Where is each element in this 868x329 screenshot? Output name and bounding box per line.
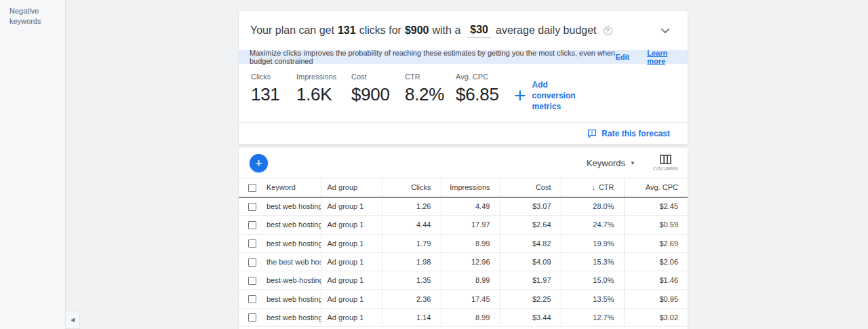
ad-group-cell: Ad group 1 [321,197,382,216]
impressions-cell: 8.99 [441,308,500,326]
daily-budget-editable-value[interactable]: $30 [467,23,491,38]
column-header-ad-group[interactable]: Ad group [321,178,382,197]
summary-cost-value: $900 [405,24,429,37]
metric-value: 131 [251,84,296,105]
rate-forecast-label: Rate this forecast [601,129,670,138]
column-header-impressions[interactable]: Impressions [441,178,500,197]
impressions-cell: 17.45 [441,290,500,308]
add-keywords-button[interactable]: + [250,154,268,172]
keyword-cell: best web hosting sit... [264,197,321,216]
select-all-checkbox[interactable] [248,184,256,192]
row-checkbox[interactable] [248,295,256,303]
clicks-cell: 1.26 [382,197,441,216]
impressions-cell: 8.99 [441,234,500,252]
ctr-cell: 15.3% [561,252,624,271]
keyword-cell: best web hosting pr... [264,308,321,326]
ctr-cell: 19.9% [561,234,624,252]
table-toolbar: + Keywords ▼ COLUMNS [239,148,688,178]
impressions-cell: 12.96 [441,252,500,271]
column-header-cost[interactable]: Cost [500,178,561,197]
ctr-cell: 12.7% [561,308,624,326]
view-selector-label: Keywords [587,158,625,168]
column-header-keyword[interactable]: Keyword [264,178,321,197]
plus-icon: + [255,157,262,170]
summary-text: with a [432,24,460,37]
impressions-cell: 17.97 [441,216,500,234]
ad-group-cell: Ad group 1 [321,234,382,252]
metric-label: Clicks [251,73,296,81]
chevron-left-icon: ◀ [71,317,75,323]
ctr-cell: 28.0% [561,197,624,216]
row-checkbox[interactable] [248,258,256,267]
chevron-down-icon: ▼ [630,160,635,166]
row-checkbox[interactable] [248,277,256,285]
ad-group-cell: Ad group 1 [321,216,382,234]
rate-this-forecast-button[interactable]: Rate this forecast [587,129,670,138]
cost-cell: $3.44 [500,308,561,326]
metric-label: CTR [405,73,456,81]
row-checkbox[interactable] [248,203,256,211]
plus-icon: + [514,87,526,104]
impressions-cell: 4.49 [441,197,500,216]
left-sidebar: Negative keywords [0,0,66,329]
help-icon[interactable]: ? [604,26,612,35]
view-selector-dropdown[interactable]: Keywords ▼ [587,158,635,168]
ctr-cell: 24.7% [561,216,624,234]
columns-button[interactable]: COLUMNS [653,155,678,171]
clicks-cell: 1.14 [382,308,441,326]
ad-group-cell: Ad group 1 [321,290,382,308]
avg-cpc-cell: $1.46 [624,271,688,290]
clicks-cell: 1.98 [382,252,441,271]
sort-descending-icon: ↓ [591,183,595,191]
summary-text: average daily budget [496,24,597,37]
metric-impressions: Impressions 1.6K [296,73,351,105]
row-checkbox[interactable] [248,239,256,248]
table-header-row: Keyword Ad group Clicks Impressions Cost… [239,178,688,197]
ad-group-cell: Ad group 1 [321,252,382,271]
sidebar-collapse-button[interactable]: ◀ [65,311,80,329]
metric-cost: Cost $900 [351,73,405,105]
clicks-cell: 1.35 [382,271,441,290]
collapse-panel-button[interactable] [660,28,670,34]
keyword-cell: best web hosting site [264,216,321,234]
avg-cpc-cell: $0.95 [624,290,688,308]
column-header-avg-cpc[interactable]: Avg. CPC [624,178,688,197]
columns-label: COLUMNS [653,166,678,171]
metric-value: $6.85 [456,84,514,105]
impressions-cell: 8.99 [441,271,500,290]
edit-link[interactable]: Edit [615,53,629,61]
feedback-icon [587,129,597,138]
ctr-cell: 15.0% [561,271,624,290]
cost-cell: $4.09 [500,252,561,271]
keyword-table-body: best web hosting sit... Ad group 1 1.26 … [239,197,688,327]
summary-text: Your plan can get [250,24,334,37]
row-checkbox[interactable] [248,221,256,229]
metric-label: Cost [351,73,405,81]
metric-label: Impressions [296,73,351,81]
table-row: best web hosting sit... Ad group 1 1.26 … [239,197,688,216]
learn-more-link[interactable]: Learn more [647,49,677,65]
keyword-cell: best-web-hosting [264,271,321,290]
sidebar-item-negative-keywords[interactable]: Negative keywords [0,0,65,33]
metric-label: Avg. CPC [456,73,514,81]
keyword-cell: best web hosting sit... [264,290,321,308]
clicks-cell: 2.36 [382,290,441,308]
plan-summary-header: Your plan can get 131 clicks for $900 wi… [239,11,688,50]
summary-clicks-value: 131 [338,24,356,37]
table-row: best web hosting fo... Ad group 1 1.79 8… [239,234,688,252]
ad-group-cell: Ad group 1 [321,308,382,326]
cost-cell: $2.64 [500,216,561,234]
column-header-clicks[interactable]: Clicks [382,178,441,197]
cost-cell: $2.25 [500,290,561,308]
forecast-summary-card: Your plan can get 131 clicks for $900 wi… [239,11,688,144]
add-conversion-metrics-button[interactable]: + Add conversion metrics [514,79,593,113]
row-checkbox[interactable] [248,313,256,322]
cost-cell: $3.07 [500,197,561,216]
metric-clicks: Clicks 131 [251,73,296,105]
forecast-footer: Rate this forecast [239,122,688,144]
column-header-ctr[interactable]: ↓CTR [561,178,624,197]
add-conversion-label: Add conversion metrics [532,79,593,113]
avg-cpc-cell: $2.45 [624,197,688,216]
summary-text: clicks for [359,24,401,37]
keyword-cell: best web hosting fo... [264,234,321,252]
